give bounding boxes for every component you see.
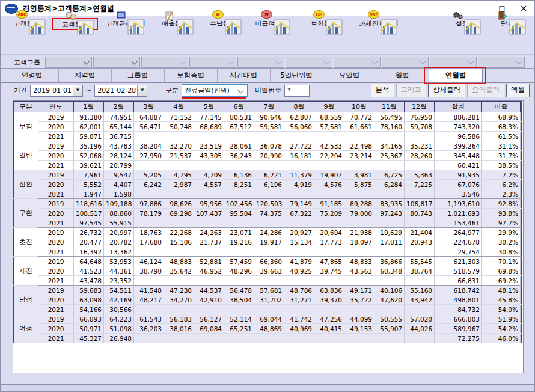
- spacer-cell: [521, 209, 522, 218]
- ratio-cell: 48.1%: [482, 286, 521, 295]
- month-cell: [284, 161, 314, 170]
- column-header: 10월: [344, 102, 374, 112]
- date-to-combo[interactable]: 2021-02-28 ▼: [94, 85, 147, 97]
- chart-vat-bag-badge: VAT: [368, 10, 379, 19]
- toolbar-item-chart-abc-bag[interactable]: ABC고객등급: [4, 19, 50, 28]
- month-cell: [194, 334, 224, 343]
- dropdown-arrow-icon[interactable]: ▼: [137, 85, 147, 96]
- year-cell: 2021: [38, 334, 74, 343]
- year-cell: 2020: [38, 122, 74, 132]
- tab-월별[interactable]: 월별: [376, 69, 429, 82]
- month-cell: [194, 247, 224, 257]
- month-cell: 48,217: [134, 295, 164, 305]
- customer-group-combo-6[interactable]: [286, 57, 332, 68]
- month-cell: 17,811: [374, 237, 405, 247]
- spacer-cell: [521, 151, 522, 161]
- chevron-down-icon: [420, 58, 426, 64]
- minimize-button[interactable]: ─: [469, 1, 491, 16]
- toolbar-item-gears[interactable]: 설정: [443, 19, 482, 28]
- month-cell: [224, 247, 254, 257]
- date-from-combo[interactable]: 2019-01-01 ▼: [30, 85, 83, 97]
- customer-group-combo-9[interactable]: [430, 57, 477, 68]
- month-cell: 44,361: [104, 266, 134, 276]
- customer-group-combo-1[interactable]: [45, 57, 92, 68]
- month-cell: 47,620: [374, 295, 405, 305]
- 상세출력-button[interactable]: 상세출력: [428, 84, 465, 97]
- ratio-cell: 68.3%: [482, 122, 521, 132]
- customer-group-combo-2[interactable]: [93, 57, 140, 68]
- month-cell: [164, 334, 194, 343]
- tab-5일단위별[interactable]: 5일단위별: [270, 69, 323, 82]
- customer-group-combo-4[interactable]: [189, 57, 236, 68]
- month-cell: [194, 305, 224, 314]
- month-cell: 26,732: [74, 228, 104, 237]
- tab-연월별[interactable]: 연월별: [429, 69, 483, 82]
- toolbar-item-chart-won-bag-yellow[interactable]: W수납통계: [199, 19, 247, 28]
- close-button[interactable]: ×: [513, 1, 534, 16]
- spacer-cell: [521, 112, 522, 122]
- customer-group-combo-8[interactable]: [382, 57, 429, 68]
- month-cell: 15,134: [284, 237, 314, 247]
- ratio-cell: 92.8%: [482, 199, 521, 209]
- year-cell: 2021: [38, 161, 74, 170]
- month-cell: 80,531: [224, 112, 254, 122]
- toolbar-item-chart-doc-pencil[interactable]: 매출통계: [151, 19, 199, 28]
- month-cell: 4,709: [194, 170, 224, 180]
- table-row: 20211,9471,5983,5462.3%: [14, 189, 522, 199]
- customer-group-combo-5[interactable]: [237, 57, 284, 68]
- toolbar-item-exit-door[interactable]: 닫기: [489, 19, 526, 28]
- month-cell: 43,942: [405, 295, 435, 305]
- month-cell: 68,689: [194, 122, 224, 132]
- ratio-cell: 69.2%: [482, 276, 521, 286]
- ratio-cell: 69.8%: [482, 266, 521, 276]
- tab-그룹별[interactable]: 그룹별: [111, 69, 165, 82]
- toolbar-item-chart-edi-bag[interactable]: EDI보험통계: [299, 19, 349, 28]
- ratio-cell: 29.9%: [482, 228, 521, 237]
- year-cell: 2019: [38, 314, 74, 324]
- dropdown-arrow-icon[interactable]: ▼: [73, 85, 82, 96]
- 엑셀-button[interactable]: 엑셀: [506, 84, 530, 97]
- customer-group-combo-7[interactable]: [334, 57, 381, 68]
- month-cell: [374, 161, 405, 170]
- month-cell: 41,879: [284, 257, 314, 266]
- month-cell: [284, 247, 314, 257]
- toolbar-item-chart-vat-bag[interactable]: VAT과세진료통계: [347, 19, 411, 28]
- month-cell: 39,370: [314, 295, 344, 305]
- tab-시간대별[interactable]: 시간대별: [217, 69, 271, 82]
- toolbar-item-chart-phone-monitor[interactable]: 고객관리통계: [97, 19, 154, 28]
- tab-요일별[interactable]: 요일별: [323, 69, 376, 82]
- password-label: 비밀번호: [255, 86, 281, 95]
- tab-지역별[interactable]: 지역별: [58, 69, 112, 82]
- toolbar-item-chart-faces[interactable]: 고객통계: [52, 18, 98, 30]
- customer-group-combo-3[interactable]: [141, 57, 188, 68]
- month-cell: 19,907: [314, 170, 344, 180]
- month-cell: [224, 132, 254, 141]
- tab-보험종별[interactable]: 보험종별: [164, 69, 218, 82]
- month-cell: [314, 276, 344, 286]
- password-field[interactable]: *: [284, 85, 310, 97]
- table-row: 202197,54555,915153,46197.7%: [14, 218, 522, 228]
- 분석-button[interactable]: 분석: [371, 84, 394, 97]
- month-cell: 57,020: [405, 314, 435, 324]
- month-cell: [284, 132, 314, 141]
- year-cell: 2020: [38, 324, 74, 334]
- customer-group-combo-10[interactable]: [478, 57, 525, 68]
- table-row: 남성201959,68354,51141,54847,23844,53756,4…: [14, 286, 522, 295]
- table-row: 2020108,51788,86078,17969,298107,43795,5…: [14, 209, 522, 218]
- table-row: 202050,97151,09836,20338,01669,08465,251…: [14, 324, 522, 334]
- tab-연령별[interactable]: 연령별: [5, 69, 59, 82]
- month-cell: 23,519: [194, 141, 224, 151]
- month-cell: [374, 247, 405, 257]
- year-cell: 2021: [38, 305, 74, 314]
- category-combo[interactable]: 진료금액(천원): [182, 84, 248, 97]
- toolbar-item-chart-won-bag-red[interactable]: W비급여통계: [246, 19, 298, 28]
- month-cell: 39,621: [74, 161, 104, 170]
- month-cell: 77,145: [194, 112, 224, 122]
- month-cell: 97,545: [74, 218, 104, 228]
- table-row: 202020,47720,78217,68015,10621,73719,216…: [14, 237, 522, 247]
- month-cell: 42,910: [194, 295, 224, 305]
- range-separator: ~: [86, 87, 91, 94]
- month-cell: [405, 161, 435, 170]
- month-cell: 23,352: [104, 276, 134, 286]
- category-value: 진료금액(천원): [182, 86, 239, 95]
